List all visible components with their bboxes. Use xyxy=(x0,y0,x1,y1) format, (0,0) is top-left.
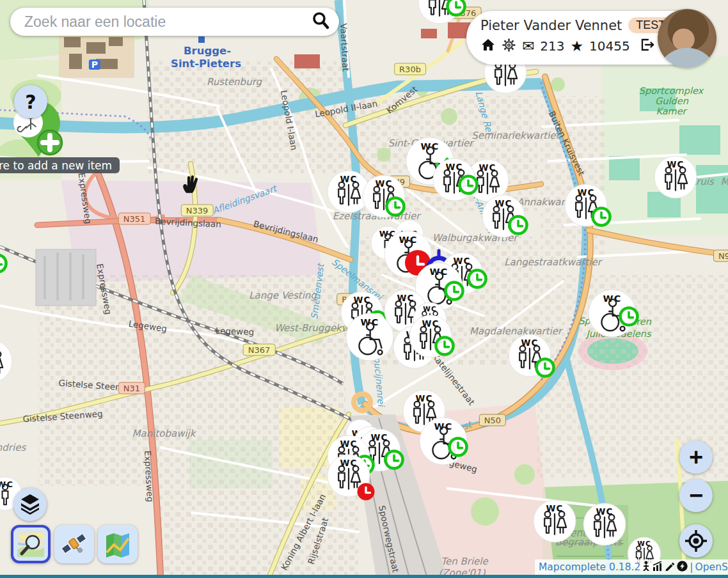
plus-icon: + xyxy=(689,444,703,471)
minus-icon: − xyxy=(689,482,703,510)
search-icon[interactable] xyxy=(311,11,330,33)
basemap-osm-button[interactable] xyxy=(11,525,51,563)
hand-cursor-icon xyxy=(180,173,200,198)
zoom-out-button[interactable]: − xyxy=(679,479,713,512)
osm-copyright-icon[interactable] xyxy=(677,561,688,574)
world-map-icon xyxy=(104,531,132,558)
basemap-satellite-button[interactable] xyxy=(54,525,94,563)
wc-marker[interactable]: WC xyxy=(409,315,454,357)
wc-marker[interactable]: WC xyxy=(509,334,554,377)
wc-marker[interactable]: WC xyxy=(565,184,610,226)
help-label: ? xyxy=(25,91,36,113)
location-search[interactable] xyxy=(10,8,339,36)
wc-marker[interactable]: WC xyxy=(0,340,12,382)
wc-marker[interactable]: WC xyxy=(433,159,477,201)
user-name: Pieter Vander Vennet xyxy=(480,18,622,33)
osm-link[interactable]: OpenStreetMap xyxy=(695,561,728,573)
user-avatar[interactable] xyxy=(658,9,716,68)
open-clock-badge-icon xyxy=(537,359,554,377)
zoom-in-button[interactable]: + xyxy=(679,441,713,474)
attribution-separator: | xyxy=(690,561,693,573)
open-clock-badge-icon xyxy=(450,439,467,456)
poi-markers: WCWCWCWCWCWCWCWCWCWCWCWCWCWCWCWCWCWCWCWC… xyxy=(0,0,728,578)
layers-icon xyxy=(19,492,42,517)
basemap-worldmap-button[interactable] xyxy=(98,525,138,563)
open-clock-badge-icon xyxy=(446,283,463,300)
basemap-switcher xyxy=(11,525,138,563)
attribution-bar: Mapcomplete 0.18.2 | OpenStreetMap xyxy=(535,559,728,575)
messages-icon[interactable]: ✉ xyxy=(522,39,534,54)
geolocate-button[interactable] xyxy=(679,524,713,558)
add-item-tooltip: re to add a new item xyxy=(0,157,120,173)
open-clock-badge-icon xyxy=(460,176,477,194)
logout-icon[interactable] xyxy=(638,37,654,55)
open-clock-badge-icon xyxy=(621,308,638,325)
wc-marker[interactable]: WC xyxy=(583,503,626,545)
open-clock-badge-icon xyxy=(469,270,486,288)
wc-marker[interactable]: WC xyxy=(418,0,465,24)
open-clock-badge-icon xyxy=(510,217,527,234)
mapcomplete-app: Brugge-Sint-PietersRustenburgSint-Gillis… xyxy=(0,0,728,578)
statistics-icon[interactable] xyxy=(653,561,663,574)
wc-marker[interactable]: WC xyxy=(420,418,467,465)
wc-marker[interactable]: WC xyxy=(363,175,405,217)
open-clock-badge-icon xyxy=(448,0,465,15)
changesets-count: 10455 xyxy=(589,38,630,54)
messages-count: 213 xyxy=(540,38,564,54)
surveyor-icon[interactable] xyxy=(642,561,651,574)
home-icon[interactable] xyxy=(480,37,496,55)
help-button[interactable]: ? xyxy=(14,85,47,118)
star-icon: ★ xyxy=(570,39,583,54)
layers-button[interactable] xyxy=(13,488,47,521)
status-badge[interactable] xyxy=(0,255,6,272)
closed-clock-badge-icon xyxy=(358,483,375,501)
satellite-icon xyxy=(60,531,88,558)
crosshair-icon xyxy=(684,529,708,553)
wc-marker[interactable]: WC xyxy=(534,500,576,542)
wc-marker[interactable]: WC xyxy=(589,290,638,337)
wc-marker[interactable]: WC xyxy=(346,313,393,361)
bottom-bar xyxy=(0,575,728,578)
open-clock-badge-icon xyxy=(386,451,403,469)
open-clock-badge-icon xyxy=(593,208,610,226)
search-input[interactable] xyxy=(23,13,311,31)
open-clock-badge-icon xyxy=(436,338,454,355)
open-clock-badge-icon xyxy=(387,198,404,215)
settings-gear-icon[interactable] xyxy=(502,38,516,55)
edit-pencil-icon[interactable] xyxy=(665,561,675,574)
wc-marker[interactable]: WC xyxy=(654,156,697,198)
osm-map-icon xyxy=(17,531,45,558)
app-version: Mapcomplete 0.18.2 xyxy=(539,561,640,573)
wc-marker[interactable]: WC xyxy=(482,195,527,237)
